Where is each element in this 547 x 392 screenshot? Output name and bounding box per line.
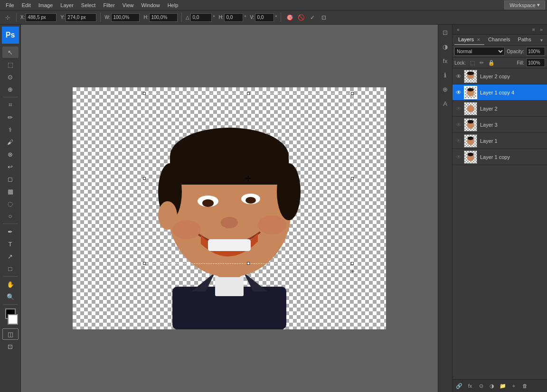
layer-item-layer1copy[interactable]: 👁 Layer 1 copy xyxy=(453,149,547,165)
menu-filter[interactable]: Filter xyxy=(99,1,118,9)
quick-select-tool[interactable]: ⊕ xyxy=(2,84,19,95)
brush-tool[interactable]: 🖌 xyxy=(2,136,19,148)
info-icon[interactable]: ℹ xyxy=(440,69,451,81)
menu-view[interactable]: View xyxy=(119,1,138,9)
pen-tool[interactable]: ✒ xyxy=(2,226,19,237)
layer-item-layer1copy4[interactable]: 👁 Layer 1 copy 4 xyxy=(453,84,547,101)
fill-input[interactable] xyxy=(526,58,545,67)
layer-group-icon[interactable]: 📁 xyxy=(498,381,508,391)
move-tool[interactable]: ↖ xyxy=(2,47,19,58)
tab-layers[interactable]: Layers ✕ xyxy=(454,35,484,45)
lasso-tool[interactable]: ⊙ xyxy=(2,71,19,83)
hskew-label: H: xyxy=(218,15,223,20)
layer-item-layer2[interactable]: 👁 Layer 2 xyxy=(453,101,547,117)
x-input[interactable] xyxy=(26,13,57,22)
menu-layer[interactable]: Layer xyxy=(57,1,77,9)
layer-item-layer2copy[interactable]: 👁 Layer 2 copy xyxy=(453,68,547,84)
layer-item-layer3[interactable]: 👁 Layer 3 xyxy=(453,117,547,133)
h-input[interactable] xyxy=(149,13,178,22)
layer-visibility-layer2[interactable]: 👁 xyxy=(454,104,463,113)
transform-options-icon[interactable]: ⊡ xyxy=(319,13,329,22)
zoom-tool[interactable]: 🔍 xyxy=(2,291,19,302)
history-brush-tool[interactable]: ↩ xyxy=(2,161,19,172)
blur-tool[interactable]: ◌ xyxy=(2,198,19,209)
layer-visibility-layer3[interactable]: 👁 xyxy=(454,121,463,129)
eyedropper-tool[interactable]: ✏ xyxy=(2,112,19,123)
canvas-area[interactable]: + ✛ xyxy=(21,25,438,392)
layer-fx-icon[interactable]: fx xyxy=(465,381,475,391)
layer-link-icon[interactable]: 🔗 xyxy=(454,381,464,391)
delete-layer-icon[interactable]: 🗑 xyxy=(520,381,529,391)
svg-point-17 xyxy=(172,220,201,239)
marquee-tool[interactable]: ⬚ xyxy=(2,59,19,70)
menu-edit[interactable]: Edit xyxy=(18,1,35,9)
tab-layers-close[interactable]: ✕ xyxy=(477,37,481,42)
opacity-input[interactable] xyxy=(526,47,545,56)
tool-separator-4 xyxy=(3,304,18,305)
collapse-left-icon[interactable]: « xyxy=(454,26,462,33)
workspace-button[interactable]: Workspace ▾ xyxy=(504,0,545,9)
layer-thumb-layer1copy xyxy=(464,150,477,164)
lock-pixels-icon[interactable]: ⬚ xyxy=(469,59,476,66)
adjustment-layer-icon[interactable]: ◑ xyxy=(487,381,497,391)
transform-icon: ⊹ xyxy=(3,13,12,22)
lock-position-icon[interactable]: ✏ xyxy=(478,59,486,66)
canvas: + ✛ xyxy=(73,87,386,329)
history-icon[interactable]: ⊡ xyxy=(440,27,451,38)
reference-icon[interactable]: 🎯 xyxy=(285,13,294,22)
panel-menu-icon[interactable]: ≡ xyxy=(530,26,538,33)
vskew-input[interactable] xyxy=(255,13,274,22)
cancel-transform-icon[interactable]: 🚫 xyxy=(296,13,306,22)
layer-visibility-layer1[interactable]: 👁 xyxy=(454,137,463,145)
nav-icon[interactable]: ⊕ xyxy=(440,84,451,95)
layer-visibility-layer1copy4[interactable]: 👁 xyxy=(454,88,463,97)
layer-thumb-layer3 xyxy=(464,118,477,131)
layer-item-layer1[interactable]: 👁 Layer 1 xyxy=(453,133,547,149)
shape-tool[interactable]: □ xyxy=(2,263,19,274)
styles-icon[interactable]: fx xyxy=(440,55,451,66)
right-icon-bar: ⊡ ◑ fx ℹ ⊕ A xyxy=(438,25,452,392)
character-icon[interactable]: A xyxy=(440,98,451,109)
menu-select[interactable]: Select xyxy=(77,1,100,9)
blend-mode-select[interactable]: Normal xyxy=(454,47,505,56)
background-color[interactable] xyxy=(8,314,18,325)
panel-options-icon[interactable]: ▾ xyxy=(538,36,545,44)
menu-file[interactable]: File xyxy=(2,1,18,9)
tab-channels[interactable]: Channels xyxy=(484,35,514,45)
gradient-tool[interactable]: ▦ xyxy=(2,186,19,197)
healing-tool[interactable]: ⚕ xyxy=(2,124,19,135)
svg-text:+: + xyxy=(351,268,354,275)
collapse-right-icon[interactable]: » xyxy=(538,26,545,33)
lock-all-icon[interactable]: 🔒 xyxy=(488,59,495,66)
type-tool[interactable]: T xyxy=(2,238,19,250)
svg-rect-8 xyxy=(170,156,289,185)
angle-input[interactable] xyxy=(190,13,212,22)
layer-visibility-layer1copy[interactable]: 👁 xyxy=(454,153,463,161)
tool-separator-3 xyxy=(3,276,18,277)
hand-tool[interactable]: ✋ xyxy=(2,279,19,290)
menu-help[interactable]: Help xyxy=(164,1,182,9)
adjustments-icon[interactable]: ◑ xyxy=(440,41,451,52)
crop-tool[interactable]: ⌗ xyxy=(2,99,19,111)
layer-visibility-layer2copy[interactable]: 👁 xyxy=(454,72,463,81)
new-layer-icon[interactable]: + xyxy=(509,381,519,391)
menu-image[interactable]: Image xyxy=(35,1,57,9)
separator-3 xyxy=(181,13,182,22)
menu-window[interactable]: Window xyxy=(138,1,164,9)
quick-mask-btn[interactable]: ◫ xyxy=(2,328,19,340)
layer-thumb-layer1 xyxy=(464,134,477,148)
layer-name-layer1copy: Layer 1 copy xyxy=(480,154,545,160)
hskew-unit: ° xyxy=(244,15,246,20)
layer-mask-icon[interactable]: ⊙ xyxy=(476,381,486,391)
screen-mode-btn[interactable]: ⊡ xyxy=(2,341,19,352)
path-select-tool[interactable]: ↗ xyxy=(2,251,19,262)
confirm-transform-icon[interactable]: ✓ xyxy=(308,13,317,22)
dodge-tool[interactable]: ○ xyxy=(2,210,19,222)
w-input[interactable] xyxy=(111,13,140,22)
tab-paths[interactable]: Paths xyxy=(514,35,535,45)
eraser-tool[interactable]: ◻ xyxy=(2,173,19,185)
clone-tool[interactable]: ⊗ xyxy=(2,149,19,160)
y-input[interactable] xyxy=(66,13,96,22)
hskew-field: H: ° xyxy=(218,13,246,22)
hskew-input[interactable] xyxy=(224,13,243,22)
